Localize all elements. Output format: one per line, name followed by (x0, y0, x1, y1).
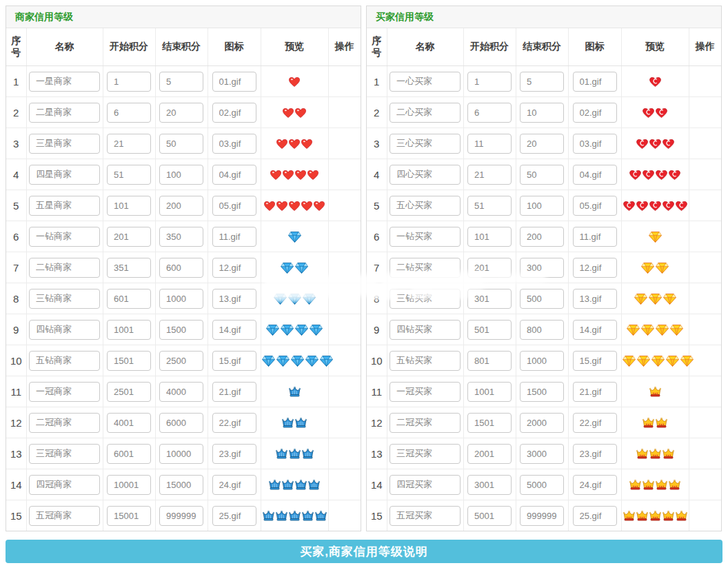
end-score-input[interactable] (520, 413, 564, 433)
icon-file-input[interactable] (573, 72, 617, 92)
end-score-input[interactable] (159, 506, 203, 526)
icon-file-input[interactable] (573, 289, 617, 309)
start-score-input[interactable] (107, 165, 151, 185)
name-input[interactable] (390, 444, 461, 464)
name-input[interactable] (29, 165, 100, 185)
end-score-input[interactable] (159, 103, 203, 123)
icon-file-input[interactable] (212, 351, 256, 371)
start-score-input[interactable] (107, 351, 151, 371)
end-score-input[interactable] (159, 72, 203, 92)
start-score-input[interactable] (107, 103, 151, 123)
start-score-input[interactable] (467, 227, 512, 247)
name-input[interactable] (390, 382, 461, 402)
end-score-input[interactable] (520, 72, 564, 92)
name-input[interactable] (29, 258, 100, 278)
end-score-input[interactable] (159, 444, 203, 464)
name-input[interactable] (29, 351, 100, 371)
name-input[interactable] (29, 134, 100, 154)
end-score-input[interactable] (520, 227, 564, 247)
icon-file-input[interactable] (212, 413, 256, 433)
end-score-input[interactable] (520, 506, 564, 526)
icon-file-input[interactable] (573, 103, 617, 123)
name-input[interactable] (29, 320, 100, 340)
icon-file-input[interactable] (212, 475, 256, 495)
start-score-input[interactable] (107, 258, 151, 278)
icon-file-input[interactable] (212, 72, 256, 92)
end-score-input[interactable] (520, 351, 564, 371)
name-input[interactable] (29, 227, 100, 247)
start-score-input[interactable] (107, 413, 151, 433)
name-input[interactable] (390, 103, 461, 123)
name-input[interactable] (29, 382, 100, 402)
end-score-input[interactable] (520, 196, 564, 216)
start-score-input[interactable] (467, 258, 512, 278)
icon-file-input[interactable] (573, 320, 617, 340)
name-input[interactable] (29, 72, 100, 92)
name-input[interactable] (390, 475, 461, 495)
icon-file-input[interactable] (573, 258, 617, 278)
start-score-input[interactable] (467, 289, 512, 309)
icon-file-input[interactable] (573, 134, 617, 154)
start-score-input[interactable] (467, 413, 512, 433)
start-score-input[interactable] (107, 320, 151, 340)
icon-file-input[interactable] (573, 196, 617, 216)
name-input[interactable] (29, 444, 100, 464)
name-input[interactable] (29, 103, 100, 123)
name-input[interactable] (390, 320, 461, 340)
name-input[interactable] (390, 165, 461, 185)
end-score-input[interactable] (520, 258, 564, 278)
start-score-input[interactable] (467, 351, 512, 371)
end-score-input[interactable] (159, 413, 203, 433)
icon-file-input[interactable] (212, 196, 256, 216)
name-input[interactable] (29, 506, 100, 526)
end-score-input[interactable] (159, 196, 203, 216)
end-score-input[interactable] (520, 165, 564, 185)
end-score-input[interactable] (520, 103, 564, 123)
end-score-input[interactable] (159, 227, 203, 247)
start-score-input[interactable] (107, 72, 151, 92)
name-input[interactable] (390, 227, 461, 247)
start-score-input[interactable] (467, 165, 512, 185)
icon-file-input[interactable] (573, 227, 617, 247)
start-score-input[interactable] (107, 134, 151, 154)
end-score-input[interactable] (159, 258, 203, 278)
end-score-input[interactable] (520, 320, 564, 340)
icon-file-input[interactable] (212, 320, 256, 340)
name-input[interactable] (29, 196, 100, 216)
end-score-input[interactable] (159, 134, 203, 154)
icon-file-input[interactable] (573, 444, 617, 464)
end-score-input[interactable] (159, 475, 203, 495)
start-score-input[interactable] (467, 72, 512, 92)
start-score-input[interactable] (467, 134, 512, 154)
icon-file-input[interactable] (212, 103, 256, 123)
icon-file-input[interactable] (573, 382, 617, 402)
icon-file-input[interactable] (212, 506, 256, 526)
icon-file-input[interactable] (573, 475, 617, 495)
icon-file-input[interactable] (212, 134, 256, 154)
end-score-input[interactable] (159, 382, 203, 402)
icon-file-input[interactable] (212, 444, 256, 464)
end-score-input[interactable] (159, 289, 203, 309)
end-score-input[interactable] (159, 320, 203, 340)
end-score-input[interactable] (159, 351, 203, 371)
end-score-input[interactable] (520, 289, 564, 309)
start-score-input[interactable] (467, 475, 512, 495)
name-input[interactable] (29, 413, 100, 433)
end-score-input[interactable] (520, 382, 564, 402)
start-score-input[interactable] (467, 320, 512, 340)
icon-file-input[interactable] (212, 258, 256, 278)
name-input[interactable] (390, 289, 461, 309)
end-score-input[interactable] (520, 444, 564, 464)
name-input[interactable] (390, 351, 461, 371)
end-score-input[interactable] (520, 134, 564, 154)
end-score-input[interactable] (159, 165, 203, 185)
icon-file-input[interactable] (573, 413, 617, 433)
name-input[interactable] (29, 475, 100, 495)
name-input[interactable] (390, 413, 461, 433)
icon-file-input[interactable] (573, 165, 617, 185)
start-score-input[interactable] (107, 444, 151, 464)
start-score-input[interactable] (107, 382, 151, 402)
name-input[interactable] (390, 506, 461, 526)
start-score-input[interactable] (467, 506, 512, 526)
icon-file-input[interactable] (212, 289, 256, 309)
